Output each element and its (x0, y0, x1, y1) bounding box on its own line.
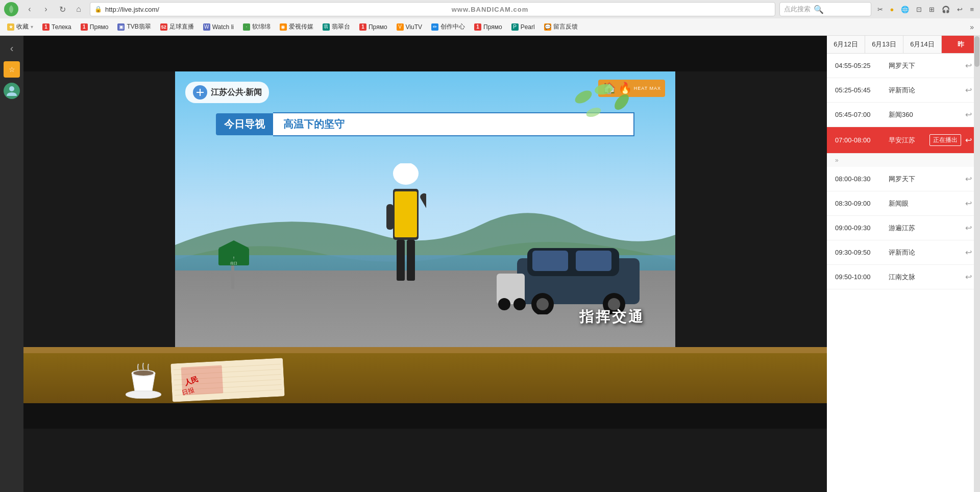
video-top-black (23, 36, 827, 71)
scissors-icon[interactable]: ✂ (875, 5, 885, 14)
bookmark-item-aishi[interactable]: ◉ 爱视传媒 (276, 21, 317, 33)
date-tab-june12[interactable]: 6月12日 (827, 36, 865, 53)
svg-rect-7 (407, 240, 415, 281)
schedule-item-1[interactable]: 05:25-05:45 评新而论 ↩ (827, 78, 980, 103)
schedule-time: 09:30-09:50 (835, 249, 889, 256)
heat-text: HEAT MAX (634, 86, 661, 91)
schedule-title-now: 早安江苏 (889, 136, 925, 145)
tvb-icon: ▣ (117, 23, 125, 31)
chevron-icon: ▾ (31, 24, 33, 30)
schedule-time: 05:25-05:45 (835, 86, 889, 94)
road-sign: ↑ 出口 (216, 238, 252, 291)
sidebar-star-icon[interactable]: ☆ (4, 61, 20, 78)
viutv-icon: V (397, 23, 404, 31)
schedule-header: 6月12日 6月13日 6月14日 昨 (827, 36, 980, 54)
bookmark-item-viutv[interactable]: V ViuTV (393, 22, 426, 32)
bookmark-item-teleka[interactable]: 1 Телека (38, 22, 76, 32)
bookmark-label: 爱视传媒 (289, 22, 313, 31)
bookmark-item-pryamo1[interactable]: 1 Прямо (77, 22, 113, 32)
schedule-item-8[interactable]: 09:50-10:00 江南文脉 ↩ (827, 265, 980, 289)
bookmark-item-pryamo3[interactable]: 1 Прямо (470, 22, 506, 32)
more-bookmarks[interactable]: » (967, 22, 977, 32)
schedule-time: 08:00-08:30 (835, 175, 889, 183)
bookmark-label: Прямо (483, 23, 502, 31)
bookmark-item-feedback[interactable]: 💬 留言反馈 (540, 21, 582, 33)
svg-point-21 (573, 88, 594, 106)
schedule-item-0[interactable]: 04:55-05:25 网罗天下 ↩ (827, 54, 980, 78)
scrollbar-thumb[interactable] (974, 36, 979, 67)
svg-point-3 (393, 163, 419, 185)
search-bar[interactable]: 点此搜索 🔍 (779, 2, 871, 16)
forward-button[interactable]: › (39, 2, 53, 16)
svg-rect-12 (532, 251, 568, 271)
bookmark-item-soft[interactable]: · 软绵绵 (239, 21, 275, 33)
schedule-item-6[interactable]: 09:00-09:30 游遍江苏 ↩ (827, 216, 980, 240)
schedule-time: 08:30-09:00 (835, 200, 889, 207)
sidebar-forward-icon[interactable]: ‹ (4, 40, 20, 56)
schedule-item-2[interactable]: 05:45-07:00 新闻360 ↩ (827, 103, 980, 127)
address-bar[interactable]: 🔒 http://live.jstv.com/ (90, 2, 775, 16)
svg-point-15 (536, 298, 549, 310)
schedule-item-3-now-playing[interactable]: 07:00-08:00 早安江苏 正在播出 ↩ (827, 127, 980, 154)
svg-marker-27 (218, 240, 249, 248)
schedule-arrow-icon: ↩ (965, 248, 972, 257)
bookmark-item-feicui[interactable]: 翡 翡翠台 (318, 21, 354, 33)
schedule-arrow-icon: ↩ (965, 85, 972, 95)
officer-figure (385, 163, 426, 296)
newspaper: 人民 日报 (170, 358, 285, 402)
back-button[interactable]: ‹ (22, 2, 37, 16)
sidebar-avatar-icon[interactable] (4, 83, 20, 99)
schedule-item-7[interactable]: 09:30-09:50 评新而论 ↩ (827, 240, 980, 265)
translate-icon[interactable]: 🌐 (899, 5, 911, 14)
bookmark-item-watch[interactable]: W Watch li (199, 22, 238, 32)
watch-icon: W (203, 23, 210, 31)
date-tab-june13[interactable]: 6月13日 (865, 36, 903, 53)
bookmark-item-create[interactable]: ✏ 创作中心 (427, 21, 469, 33)
home-button[interactable]: ⌂ (71, 2, 86, 16)
menu-icon[interactable]: ≡ (968, 5, 976, 14)
svg-rect-8 (419, 192, 426, 223)
bookmark-label: 创作中心 (440, 22, 465, 31)
toolbar-right: ✂ ● 🌐 ⊡ ⊞ 🎧 ↩ ≡ (875, 5, 976, 14)
pearl-icon: P (511, 23, 519, 31)
svg-point-1 (9, 86, 14, 91)
undo-icon[interactable]: ↩ (955, 5, 965, 14)
video-frame: 江苏公共·新闻 🏠 🔥 HEAT MAX 今日导视 高温下的坚守 (175, 71, 675, 347)
schedule-item-5[interactable]: 08:30-09:00 新闻眼 ↩ (827, 191, 980, 216)
grid-icon[interactable]: ⊞ (927, 5, 937, 14)
station-name: 江苏公共·新闻 (211, 87, 262, 98)
bookmark-label: Watch li (212, 23, 234, 31)
title-bar: ‹ › ↻ ⌂ 🔒 http://live.jstv.com/ www.BAND… (0, 0, 980, 18)
bookmark-item-tvb[interactable]: ▣ TVB翡翠 (113, 21, 155, 33)
search-placeholder: 点此搜索 (784, 5, 811, 14)
car-scene (497, 238, 660, 316)
bookmark-label: Pearl (521, 23, 535, 31)
bookmark-item-collections[interactable]: ★ 收藏 ▾ (3, 21, 37, 33)
bookmark-label: 软绵绵 (252, 22, 271, 31)
schedule-panel: 6月12日 6月13日 6月14日 昨 04:55-05:25 网罗天下 ↩ 0… (827, 36, 980, 492)
schedule-title: 江南文脉 (889, 273, 961, 282)
bookmark-item-soccer[interactable]: 52 足球直播 (156, 21, 198, 33)
schedule-title: 网罗天下 (889, 175, 961, 184)
screen-icon[interactable]: ⊡ (914, 5, 924, 14)
schedule-list: 04:55-05:25 网罗天下 ↩ 05:25-05:45 评新而论 ↩ 05… (827, 54, 980, 492)
expand-icon[interactable]: » (827, 154, 980, 167)
svg-point-20 (513, 298, 526, 310)
svg-rect-6 (397, 240, 405, 281)
date-tab-june14[interactable]: 6月14日 (903, 36, 942, 53)
bookmark-item-pearl[interactable]: P Pearl (507, 22, 539, 32)
create-icon: ✏ (431, 23, 438, 31)
headphone-icon[interactable]: 🎧 (940, 5, 952, 14)
refresh-button[interactable]: ↻ (55, 2, 69, 16)
schedule-title: 网罗天下 (889, 61, 961, 70)
svg-rect-9 (386, 204, 394, 230)
scrollbar-track[interactable] (974, 36, 980, 492)
coffee-cup (126, 358, 161, 401)
bandicam-badge: www.BANDICAM.com (452, 6, 529, 13)
schedule-time: 05:45-07:00 (835, 111, 889, 118)
schedule-item-4[interactable]: 08:00-08:30 网罗天下 ↩ (827, 167, 980, 191)
coin-icon[interactable]: ● (888, 5, 896, 14)
schedule-title: 评新而论 (889, 86, 961, 95)
bookmark-item-pryamo2[interactable]: 1 Прямо (355, 22, 391, 32)
station-logo: 江苏公共·新闻 (185, 82, 269, 103)
